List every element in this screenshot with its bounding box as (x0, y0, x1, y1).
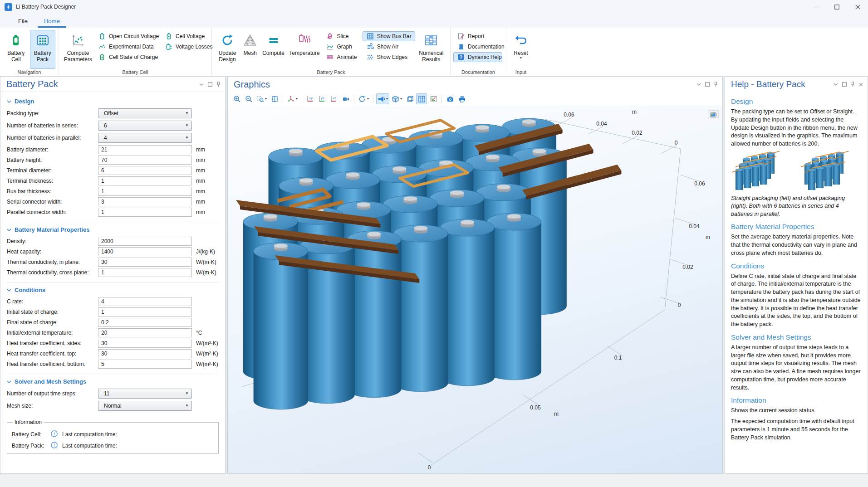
graphics-context-icon[interactable] (708, 110, 719, 119)
slice-button[interactable]: Slice (322, 31, 362, 41)
graphics-panel: Graphics ▾ ▾ xy yz xz ▾ ▾ ▾ (227, 76, 723, 474)
menu-home[interactable]: Home (38, 15, 66, 28)
section-design[interactable]: Design (7, 98, 219, 105)
final-state-of-charge-input[interactable] (98, 318, 192, 327)
default-view-button[interactable]: ▾ (286, 93, 299, 104)
ribbon-group-label: Battery Cell (59, 69, 211, 75)
mesh-button[interactable]: Mesh (240, 30, 260, 69)
bus-bar-thickness-input[interactable] (98, 187, 192, 196)
battery-cell-button[interactable]: Battery Cell (3, 30, 29, 69)
batteries-in-parallel-dropdown[interactable]: 4▼ (98, 133, 192, 143)
zoom-out-button[interactable] (243, 93, 254, 104)
menu-file[interactable]: File (12, 15, 34, 28)
chevron-down-icon[interactable] (696, 83, 701, 86)
grid-button[interactable] (416, 93, 427, 104)
svg-text:xz: xz (333, 96, 336, 100)
maximize-button[interactable] (826, 0, 847, 14)
view-xz-button[interactable]: xz (329, 93, 339, 104)
field-unit: W/(m²·K) (196, 340, 218, 346)
cell-state-of-charge-button[interactable]: Cell State of Charge (94, 52, 161, 62)
graph-button[interactable]: Graph (322, 42, 362, 52)
heat-transfer-top-input[interactable] (98, 349, 192, 358)
axes-button[interactable] (428, 93, 439, 104)
form-row: C rate: (7, 297, 219, 306)
view-xy-button[interactable]: xy (305, 93, 316, 104)
pin-icon[interactable] (216, 82, 221, 87)
pin-icon[interactable] (851, 82, 855, 87)
show-edges-toggle[interactable]: Show Edges (363, 52, 415, 62)
initial-state-of-charge-input[interactable] (98, 307, 192, 317)
minimize-button[interactable] (805, 0, 826, 14)
temperature-button[interactable]: Temperature (287, 30, 322, 69)
documentation-button[interactable]: Documentation (453, 42, 502, 52)
help-heading-conditions: Conditions (731, 262, 862, 270)
close-button[interactable] (847, 0, 868, 14)
dynamic-help-toggle[interactable]: ? Dynamic Help (453, 52, 502, 62)
battery-height-input[interactable] (98, 156, 192, 165)
experimental-data-button[interactable]: Experimental Data (94, 42, 161, 52)
float-panel-icon[interactable] (208, 82, 212, 87)
section-battery-material-properties[interactable]: Battery Material Properties (7, 226, 219, 233)
zoom-box-button[interactable]: ▾ (255, 93, 268, 104)
battery-diameter-input[interactable] (98, 145, 192, 154)
heat-transfer-bottom-input[interactable] (98, 360, 192, 369)
thermal-conductivity-cross-plane-input[interactable] (98, 268, 192, 277)
density-input[interactable] (98, 237, 192, 246)
terminal-thickness-input[interactable] (98, 176, 192, 185)
chevron-down-icon (7, 229, 11, 231)
heat-capacity-input[interactable] (98, 247, 192, 256)
initial-external-temperature-input[interactable] (98, 328, 192, 337)
chevron-down-icon[interactable] (834, 83, 838, 86)
mesh-size-dropdown[interactable]: Normal▼ (98, 401, 192, 411)
thermal-conductivity-in-plane-input[interactable] (98, 258, 192, 267)
close-panel-icon[interactable] (859, 83, 863, 87)
show-air-toggle[interactable]: Show Air (363, 42, 415, 52)
view-options-button[interactable]: ▾ (390, 93, 403, 104)
report-button[interactable]: Report (453, 31, 502, 41)
zoom-in-button[interactable] (231, 93, 242, 104)
scene-light-button[interactable]: ▾ (376, 93, 389, 104)
print-button[interactable] (456, 93, 467, 104)
field-label: Density: (7, 238, 98, 244)
axis-unit-label: m (706, 234, 710, 240)
reset-button[interactable]: Reset ▾ (510, 30, 532, 69)
chevron-down-icon: ▾ (265, 97, 267, 101)
heat-transfer-sides-input[interactable] (98, 339, 192, 348)
view-yz-button[interactable]: yz (317, 93, 328, 104)
compute-parameters-button[interactable]: Compute Parameters (62, 30, 94, 69)
c-rate-input[interactable] (98, 297, 192, 306)
update-design-button[interactable]: Update Design (215, 30, 240, 69)
section-conditions[interactable]: Conditions (7, 287, 219, 293)
animate-button[interactable]: Animate (322, 52, 362, 62)
field-label: Number of batteries in parallel: (7, 135, 98, 141)
numerical-results-button[interactable]: Numerical Results (416, 30, 447, 69)
output-time-steps-dropdown[interactable]: 11▼ (98, 389, 192, 399)
zoom-extents-button[interactable] (269, 93, 280, 104)
snapshot-button[interactable] (445, 93, 456, 104)
field-unit: W/(m²·K) (196, 361, 218, 367)
pin-icon[interactable] (714, 82, 718, 87)
help-heading-material: Battery Material Properties (731, 223, 862, 231)
chevron-down-icon: ▾ (400, 97, 402, 101)
wireframe-button[interactable] (404, 93, 415, 104)
parallel-connector-width-input[interactable] (98, 208, 192, 217)
field-label: Initial state of charge: (7, 309, 98, 315)
float-panel-icon[interactable] (842, 82, 847, 87)
float-panel-icon[interactable] (705, 82, 710, 87)
cell-voltage-button[interactable]: Cell Voltage (161, 31, 212, 41)
camera-projection-button[interactable] (340, 93, 351, 104)
voltage-losses-button[interactable]: Voltage Losses (161, 42, 212, 52)
packing-type-dropdown[interactable]: Offset▼ (98, 108, 192, 118)
graphics-viewport[interactable]: 0.06 0.04 0.02 0 m 0.06 0.04 m 0.02 0 0.… (228, 106, 722, 473)
compute-button[interactable]: Compute (261, 30, 286, 69)
open-circuit-voltage-button[interactable]: Open Circuit Voltage (94, 31, 161, 41)
chevron-down-icon[interactable] (199, 83, 204, 86)
section-solver-and-mesh[interactable]: Solver and Mesh Settings (7, 378, 219, 385)
serial-connector-width-input[interactable] (98, 197, 192, 206)
batteries-in-series-dropdown[interactable]: 6▼ (98, 121, 192, 131)
show-bus-bar-toggle[interactable]: Show Bus Bar (363, 31, 415, 41)
terminal-diameter-input[interactable] (98, 166, 192, 175)
rotate-view-button[interactable]: ▾ (357, 93, 370, 104)
info-icon: i (51, 430, 58, 438)
battery-pack-button[interactable]: Battery Pack (30, 30, 56, 69)
